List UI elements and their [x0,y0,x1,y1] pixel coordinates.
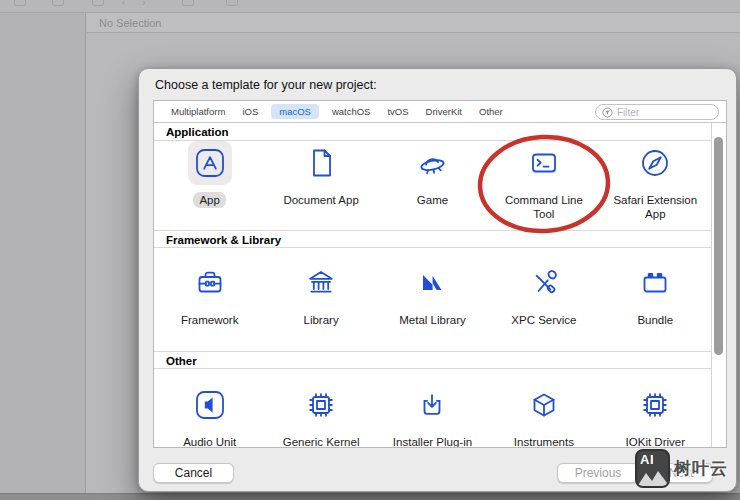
template-icon-wrap [633,261,677,305]
template-icon-wrap [522,261,566,305]
toolbar-ghost-icon [14,0,26,6]
template-item-label: Document App [277,192,364,208]
template-item-document-app[interactable]: Document App [265,141,376,230]
template-icon-wrap [633,383,677,427]
section-header-other: Other [154,351,711,369]
new-project-dialog: Choose a template for your new project: … [138,68,737,492]
template-icon-wrap [410,141,454,185]
template-item-bundle[interactable]: Bundle [600,248,711,351]
cancel-button[interactable]: Cancel [153,463,234,483]
tab-ios[interactable]: iOS [238,104,262,119]
tab-multiplatform[interactable]: Multiplatform [167,104,229,119]
section-header-framework-library: Framework & Library [154,230,711,248]
template-item-generic-kernel[interactable]: Generic Kernel [265,369,376,448]
template-icon-wrap [188,141,232,185]
template-item-instruments[interactable]: Instruments [488,369,599,448]
tab-tvos[interactable]: tvOS [383,104,412,119]
speaker-icon [192,387,228,423]
safari-compass-icon [637,145,673,181]
template-item-label: Game [411,192,454,208]
filter-input[interactable] [617,107,707,118]
section-row-application: App Document App Game Command Line Tool … [154,141,711,230]
platform-tabbar: MultiplatformiOSmacOSwatchOStvOSDriverKi… [154,101,726,123]
jump-bar-label: No Selection [99,17,161,29]
toolbox-icon [192,265,228,301]
ufo-icon [414,145,450,181]
template-item-label: Bundle [631,312,679,328]
template-item-command-line-tool[interactable]: Command Line Tool [488,141,599,230]
grid-icon [92,0,104,6]
appstore-icon [192,145,228,181]
template-item-safari-extension-app[interactable]: Safari Extension App [600,141,711,230]
document-icon [303,145,339,181]
tab-macos[interactable]: macOS [271,104,319,119]
template-item-framework[interactable]: Framework [154,248,265,351]
template-item-label: Installer Plug-in [387,434,478,448]
template-item-library[interactable]: Library [265,248,376,351]
toolbar-ghost-icon [182,0,194,6]
template-icon-wrap [410,383,454,427]
template-item-app[interactable]: App [154,141,265,230]
watermark-ai-label: AI [640,452,654,467]
template-icon-wrap [188,261,232,305]
scrollbar-thumb[interactable] [714,137,723,355]
bank-icon [303,265,339,301]
bundle-icon [637,265,673,301]
template-icon-wrap [410,261,454,305]
tab-driverkit[interactable]: DriverKit [422,104,466,119]
background-toolbar: ‹ › [0,0,740,13]
metal-icon [414,265,450,301]
template-item-label: XPC Service [505,312,582,328]
template-item-label: Generic Kernel [277,434,366,448]
terminal-icon [526,145,562,181]
template-item-metal-library[interactable]: Metal Library [377,248,488,351]
template-item-label: App [193,192,225,208]
template-icon-wrap [522,141,566,185]
template-icon-wrap [522,383,566,427]
template-item-label: Metal Library [393,312,471,328]
crossed-tools-icon [526,265,562,301]
template-item-label: Audio Unit [177,434,242,448]
template-icon-wrap [299,261,343,305]
navigator-sidebar [0,13,86,500]
template-icon-wrap [299,383,343,427]
dialog-title: Choose a template for your new project: [155,78,377,92]
template-item-game[interactable]: Game [377,141,488,230]
cube-icon [526,387,562,423]
template-item-label: Command Line Tool [495,192,593,222]
section-row-framework-library: Framework Library Metal Library XPC Serv… [154,248,711,351]
forward-chevron-icon: › [142,0,145,8]
toolbar-ghost-icon [226,0,238,6]
section-row-other: Audio Unit Generic Kernel Installer Plug… [154,369,711,448]
template-item-label: Instruments [508,434,580,448]
template-item-label: Safari Extension App [606,192,704,222]
mountain-icon [637,467,670,487]
chip-icon [637,387,673,423]
watermark: AI 树叶云 [635,449,728,488]
scrollbar-track[interactable] [711,123,726,447]
jump-bar: No Selection [87,13,740,33]
template-item-label: Library [298,312,345,328]
template-item-label: IOKit Driver [620,434,691,448]
filter-icon [602,107,613,118]
template-item-audio-unit[interactable]: Audio Unit [154,369,265,448]
template-item-xpc-service[interactable]: XPC Service [488,248,599,351]
section-header-application: Application [154,123,711,141]
toolbar-ghost-icon [52,0,64,6]
template-item-label: Framework [175,312,245,328]
template-panel: MultiplatformiOSmacOSwatchOStvOSDriverKi… [153,100,727,448]
template-item-iokit-driver[interactable]: IOKit Driver [600,369,711,448]
back-chevron-icon: ‹ [122,0,125,8]
template-icon-wrap [633,141,677,185]
debug-bar [0,493,740,500]
tab-other[interactable]: Other [475,104,507,119]
chip-icon [303,387,339,423]
template-item-installer-plug-in[interactable]: Installer Plug-in [377,369,488,448]
watermark-text: 树叶云 [674,457,728,480]
template-icon-wrap [299,141,343,185]
filter-field[interactable] [595,104,719,120]
previous-button[interactable]: Previous [557,463,639,483]
tab-watchos[interactable]: watchOS [328,104,375,119]
template-list: Application App Document App Game Comman… [154,123,711,447]
watermark-ai-image-icon: AI [635,449,670,488]
